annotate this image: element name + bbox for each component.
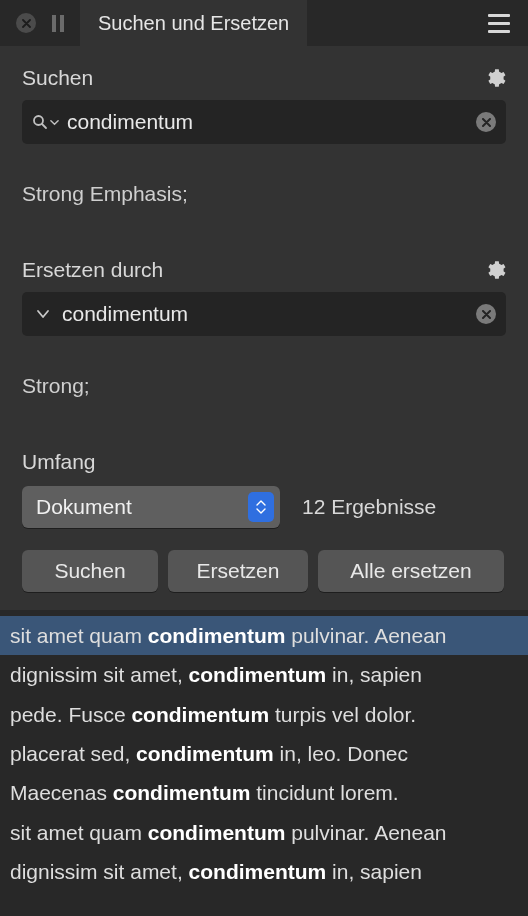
scope-selected: Dokument xyxy=(36,495,132,519)
replace-label: Ersetzen durch xyxy=(22,258,163,282)
result-row[interactable]: Maecenas condimentum tincidunt lorem. xyxy=(0,773,528,812)
svg-line-1 xyxy=(42,124,46,128)
find-replace-panel: Suchen condimentum Strong Emphasis; Erse… xyxy=(0,46,528,610)
titlebar: Suchen und Ersetzen xyxy=(0,0,528,46)
replace-header: Ersetzen durch xyxy=(22,258,506,282)
tab-find-replace[interactable]: Suchen und Ersetzen xyxy=(80,0,307,46)
search-button[interactable]: Suchen xyxy=(22,550,158,592)
search-label: Suchen xyxy=(22,66,93,90)
search-input[interactable]: condimentum xyxy=(67,110,476,134)
search-clear-button[interactable] xyxy=(476,112,496,132)
search-icon[interactable] xyxy=(32,114,59,130)
replace-input-row: condimentum xyxy=(22,292,506,336)
result-row[interactable]: sit amet quam condimentum pulvinar. Aene… xyxy=(0,616,528,655)
result-match: condimentum xyxy=(189,860,327,883)
results-count: 12 Ergebnisse xyxy=(302,495,436,519)
button-row: Suchen Ersetzen Alle ersetzen xyxy=(22,550,506,592)
replace-format: Strong; xyxy=(22,374,506,398)
result-match: condimentum xyxy=(131,703,269,726)
results-list: sit amet quam condimentum pulvinar. Aene… xyxy=(0,610,528,891)
replace-dropdown-button[interactable] xyxy=(32,309,54,319)
result-row[interactable]: pede. Fusce condimentum turpis vel dolor… xyxy=(0,695,528,734)
replace-all-button[interactable]: Alle ersetzen xyxy=(318,550,504,592)
replace-input[interactable]: condimentum xyxy=(62,302,476,326)
result-match: condimentum xyxy=(148,821,286,844)
search-settings-button[interactable] xyxy=(484,67,506,89)
menu-button[interactable] xyxy=(488,14,510,33)
select-arrows-icon xyxy=(248,492,274,522)
scope-select[interactable]: Dokument xyxy=(22,486,280,528)
replace-button[interactable]: Ersetzen xyxy=(168,550,308,592)
search-input-row: condimentum xyxy=(22,100,506,144)
result-row[interactable]: sit amet quam condimentum pulvinar. Aene… xyxy=(0,813,528,852)
tab-label: Suchen und Ersetzen xyxy=(98,12,289,35)
result-row[interactable]: placerat sed, condimentum in, leo. Donec xyxy=(0,734,528,773)
pause-icon xyxy=(52,15,64,32)
result-match: condimentum xyxy=(113,781,251,804)
search-format: Strong Emphasis; xyxy=(22,182,506,206)
result-match: condimentum xyxy=(136,742,274,765)
result-match: condimentum xyxy=(148,624,286,647)
result-row[interactable]: dignissim sit amet, condimentum in, sapi… xyxy=(0,852,528,891)
replace-settings-button[interactable] xyxy=(484,259,506,281)
search-header: Suchen xyxy=(22,66,506,90)
result-match: condimentum xyxy=(189,663,327,686)
scope-label: Umfang xyxy=(22,450,506,474)
close-button[interactable] xyxy=(16,13,36,33)
replace-clear-button[interactable] xyxy=(476,304,496,324)
scope-row: Dokument 12 Ergebnisse xyxy=(22,486,506,528)
result-row[interactable]: dignissim sit amet, condimentum in, sapi… xyxy=(0,655,528,694)
